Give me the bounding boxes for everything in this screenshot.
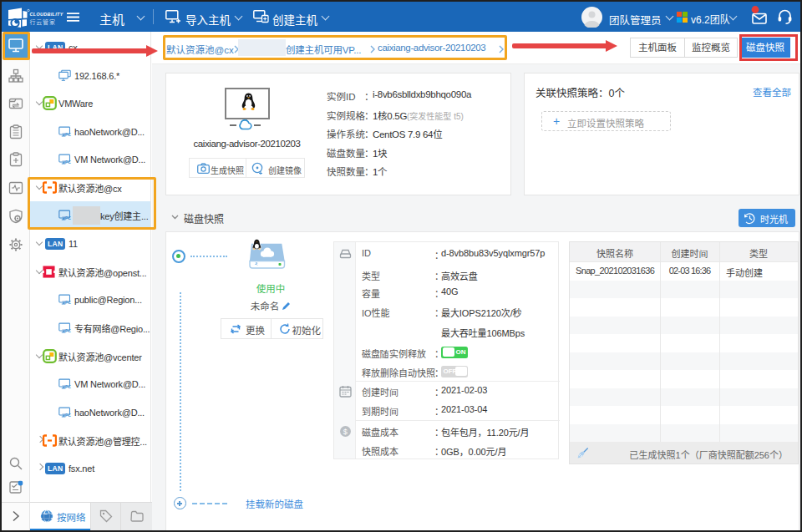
svg-text:VPC: VPC xyxy=(63,160,72,165)
svg-text:VPC: VPC xyxy=(63,132,72,137)
svg-text:VPC: VPC xyxy=(63,384,72,389)
svg-text:CLOUDBILITY: CLOUDBILITY xyxy=(30,12,63,17)
svg-text:VPC: VPC xyxy=(63,413,72,418)
svg-text:行云管家: 行云管家 xyxy=(30,18,56,26)
svg-text:VPC: VPC xyxy=(63,328,72,333)
svg-text:VPC: VPC xyxy=(63,300,72,305)
